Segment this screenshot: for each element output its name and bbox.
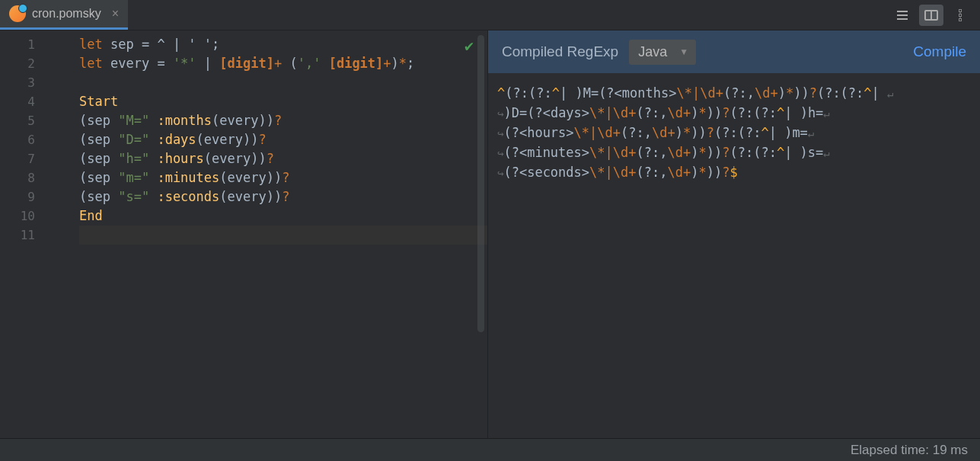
check-icon: ✔ <box>464 37 474 56</box>
toolbar-right <box>890 5 980 26</box>
compile-button[interactable]: Compile <box>913 43 966 60</box>
regex-line: ↪(?<hours>\*|\d+(?:,\d+)*))?(?:(?:^| )m=… <box>497 123 972 143</box>
regex-line: ^(?:(?:^| )M=(?<months>\*|\d+(?:,\d+)*))… <box>497 84 972 104</box>
regex-line: ↪(?<minutes>\*|\d+(?:,\d+)*))?(?:(?:^| )… <box>497 143 972 163</box>
more-menu-icon[interactable] <box>948 5 972 26</box>
line-gutter: 1234567891011 <box>0 30 46 438</box>
flavor-dropdown[interactable]: Java ▼ <box>629 40 696 65</box>
code-line: Start <box>79 92 487 111</box>
main-split: 1234567891011 ✔ let sep = ^ | ' '; let e… <box>0 30 980 438</box>
split-view-icon[interactable] <box>919 5 943 26</box>
code-line <box>79 226 487 245</box>
tab-bar: cron.pomsky × <box>0 0 980 30</box>
close-icon[interactable]: × <box>112 7 119 21</box>
chevron-down-icon: ▼ <box>679 46 688 57</box>
svg-point-5 <box>959 9 962 12</box>
code-line <box>79 73 487 92</box>
code-line: (sep "m=" :minutes(every))? <box>79 168 487 187</box>
code-line: let every = '*' | [digit]+ (',' [digit]+… <box>79 54 487 73</box>
regex-output[interactable]: ^(?:(?:^| )M=(?<months>\*|\d+(?:,\d+)*))… <box>488 73 980 438</box>
elapsed-time: Elapsed time: 19 ms <box>851 443 968 458</box>
flavor-selected: Java <box>638 44 667 60</box>
code-line: End <box>79 206 487 226</box>
status-bar: Elapsed time: 19 ms <box>0 438 980 461</box>
code-editor[interactable]: ✔ let sep = ^ | ' '; let every = '*' | [… <box>46 30 487 438</box>
tab-cron-pomsky[interactable]: cron.pomsky × <box>0 0 128 30</box>
code-line: (sep "D=" :days(every))? <box>79 130 487 149</box>
editor-pane: 1234567891011 ✔ let sep = ^ | ' '; let e… <box>0 30 487 438</box>
regex-line: ↪)D=(?<days>\*|\d+(?:,\d+)*))?(?:(?:^| )… <box>497 104 972 123</box>
code-line: (sep "h=" :hours(every))? <box>79 149 487 168</box>
svg-point-6 <box>959 14 962 17</box>
pomsky-file-icon <box>9 5 26 22</box>
compiled-regexp-label: Compiled RegExp <box>502 43 618 60</box>
output-pane: Compiled RegExp Java ▼ Compile ^(?:(?:^|… <box>487 30 980 438</box>
code-line: let sep = ^ | ' '; <box>79 35 487 54</box>
output-header: Compiled RegExp Java ▼ Compile <box>488 30 980 73</box>
scrollbar[interactable] <box>477 35 484 332</box>
tab-filename: cron.pomsky <box>32 7 101 21</box>
list-view-icon[interactable] <box>890 5 915 26</box>
svg-point-7 <box>959 18 962 21</box>
regex-line: ↪(?<seconds>\*|\d+(?:,\d+)*))?$ <box>497 163 972 183</box>
tab-group: cron.pomsky × <box>0 0 128 30</box>
code-line: (sep "M=" :months(every))? <box>79 111 487 130</box>
code-line: (sep "s=" :seconds(every))? <box>79 187 487 206</box>
